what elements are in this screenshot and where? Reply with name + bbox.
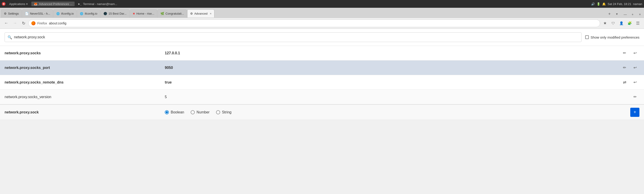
titlebar: ✖ Applications ≡ 🦊 Advanced Preferences …	[0, 0, 644, 8]
titlebar-item-firefox[interactable]: 🦊 Advanced Preferences ...	[31, 1, 74, 6]
reload-button[interactable]: ↻	[20, 19, 28, 27]
titlebar-applications-label: Applications ≡	[9, 2, 28, 6]
address-url: about:config	[49, 21, 66, 25]
tab-advanced-close-icon[interactable]: ×	[210, 12, 212, 15]
tab-home-label: Home - rise...	[136, 12, 154, 15]
radio-boolean[interactable]: Boolean	[165, 110, 184, 114]
reset-button-socks-port[interactable]: ↩	[631, 63, 640, 72]
radio-boolean-label: Boolean	[171, 110, 184, 114]
tab-dropdown-button[interactable]: ▾	[614, 11, 620, 17]
pref-row-socks-remote-dns: network.proxy.socks_remote_dns true ⇌ ↩	[0, 75, 644, 90]
tab-neverssl-icon: 📄	[25, 12, 28, 15]
tab-advanced[interactable]: ⚙ Advanced ×	[187, 9, 214, 17]
window-controls: — + ×	[622, 11, 643, 17]
toggle-button-socks-remote-dns[interactable]: ⇌	[620, 78, 629, 87]
tab-neverssl[interactable]: 📄 NeverSSL - h...	[22, 9, 53, 17]
pref-value-socks-port: 9050	[165, 66, 620, 70]
maximize-button[interactable]: +	[629, 11, 636, 17]
tab-bestdark[interactable]: 🌑 15 Best Dar...	[100, 9, 130, 17]
edit-button-socks-port[interactable]: ✏	[620, 63, 629, 72]
tab-home-icon: ✖	[133, 12, 135, 15]
radio-string-circle	[216, 110, 220, 114]
tab-controls: + ▾	[606, 10, 620, 17]
tab-settings[interactable]: ⚙ Settings	[1, 9, 22, 17]
search-input[interactable]	[14, 35, 578, 39]
titlebar-firefox-label: Advanced Preferences ...	[39, 2, 72, 6]
firefox-logo-small: 🦊	[34, 2, 38, 6]
radio-number[interactable]: Number	[191, 110, 210, 114]
show-modified-toggle[interactable]: Show only modified preferences	[585, 35, 640, 39]
tab-ifconfig1[interactable]: 🌐 ifconfig.io	[53, 9, 77, 17]
pref-value-socks-version: 5	[165, 95, 631, 99]
pref-name-socks: network.proxy.socks	[4, 51, 165, 55]
titlebar-terminal-label: Terminal - naman@nam...	[83, 2, 118, 6]
pref-name-bottom: network.proxy.sock	[4, 110, 165, 114]
pocket-button[interactable]: 🛡	[609, 19, 617, 27]
close-button[interactable]: ×	[637, 11, 643, 17]
tray-volume-icon[interactable]: 🔊	[591, 2, 595, 6]
tab-home[interactable]: ✖ Home - rise...	[130, 9, 157, 17]
tab-bestdark-label: 15 Best Dar...	[108, 12, 126, 15]
tray-bell-icon[interactable]: 🔔	[602, 2, 606, 6]
radio-number-label: Number	[196, 110, 210, 114]
search-icon: 🔍	[8, 35, 12, 39]
pref-actions-socks-port: ✏ ↩	[620, 63, 640, 72]
edit-button-socks-version[interactable]: ✏	[631, 93, 640, 101]
search-bar: 🔍 Show only modified preferences	[0, 29, 644, 46]
titlebar-tray: 🔊 🔋 🔔 Sat 24 Feb, 18:21 naman	[591, 2, 642, 6]
radio-string[interactable]: String	[216, 110, 232, 114]
forward-button[interactable]: →	[11, 19, 19, 27]
tab-congrats[interactable]: 🌿 Congratulati...	[158, 9, 187, 17]
tab-settings-icon: ⚙	[4, 12, 7, 15]
pref-value-socks: 127.0.0.1	[165, 51, 620, 55]
browser-label: Firefox	[37, 21, 47, 25]
back-button[interactable]: ←	[2, 19, 10, 27]
extensions-button[interactable]: 🧩	[626, 19, 634, 27]
titlebar-item-applications[interactable]: Applications ≡	[7, 2, 30, 6]
tab-advanced-icon: ⚙	[190, 12, 193, 15]
radio-group: Boolean Number String	[165, 110, 630, 114]
reset-button-socks-remote-dns[interactable]: ↩	[631, 78, 640, 87]
nav-actions: ★ 🛡 👤 🧩 ☰	[601, 19, 642, 27]
tray-battery-icon: 🔋	[597, 2, 600, 6]
show-modified-checkbox[interactable]	[585, 35, 589, 39]
browser-chrome: ⚙ Settings 📄 NeverSSL - h... 🌐 ifconfig.…	[0, 8, 644, 29]
pref-actions-socks: ✏ ↩	[620, 49, 640, 58]
minimize-button[interactable]: —	[622, 11, 628, 17]
address-bar[interactable]: Firefox about:config	[28, 19, 600, 27]
pref-name-socks-remote-dns: network.proxy.socks_remote_dns	[4, 80, 165, 85]
page-content: 🔍 Show only modified preferences network…	[0, 29, 644, 120]
show-modified-label: Show only modified preferences	[591, 35, 640, 39]
radio-boolean-circle	[165, 110, 169, 114]
tab-advanced-label: Advanced	[194, 12, 208, 15]
titlebar-datetime: Sat 24 Feb, 18:21	[608, 2, 631, 6]
tab-congrats-icon: 🌿	[160, 12, 164, 15]
tab-ifconfig2-icon: 🌐	[80, 12, 83, 15]
tab-settings-label: Settings	[8, 12, 19, 15]
pref-row-socks-version: network.proxy.socks_version 5 ✏	[0, 90, 644, 104]
tab-bestdark-icon: 🌑	[104, 12, 107, 15]
search-input-wrapper[interactable]: 🔍	[4, 32, 582, 42]
site-icon	[31, 21, 36, 25]
prefs-list: network.proxy.socks 127.0.0.1 ✏ ↩ networ…	[0, 46, 644, 120]
tab-congrats-label: Congratulati...	[166, 12, 184, 15]
pref-row-socks-port: network.proxy.socks_port 9050 ✏ ↩	[0, 61, 644, 75]
edit-button-socks[interactable]: ✏	[620, 49, 629, 58]
pref-value-socks-remote-dns: true	[165, 80, 620, 85]
tab-ifconfig2-label: ifconfig.io	[85, 12, 97, 15]
titlebar-close-icon[interactable]: ✖	[2, 2, 6, 6]
pref-name-socks-port: network.proxy.socks_port	[4, 66, 165, 70]
menu-button[interactable]: ☰	[634, 19, 642, 27]
add-preference-button[interactable]: +	[630, 108, 640, 117]
tab-ifconfig1-label: ifconfig.io	[61, 12, 74, 15]
bookmark-button[interactable]: ★	[601, 19, 609, 27]
pref-row-bottom: network.proxy.sock Boolean Number	[0, 104, 644, 120]
titlebar-item-terminal[interactable]: ▶_ Terminal - naman@nam...	[76, 2, 120, 6]
radio-number-circle	[191, 110, 195, 114]
reset-button-socks[interactable]: ↩	[631, 49, 640, 58]
navbar: ← → ↻ Firefox about:config ★ 🛡 👤 🧩 ☰	[0, 18, 644, 29]
account-button[interactable]: 👤	[618, 19, 625, 27]
new-tab-button[interactable]: +	[606, 10, 613, 17]
tab-ifconfig2[interactable]: 🌐 ifconfig.io	[77, 9, 100, 17]
titlebar-user: naman	[633, 2, 642, 6]
